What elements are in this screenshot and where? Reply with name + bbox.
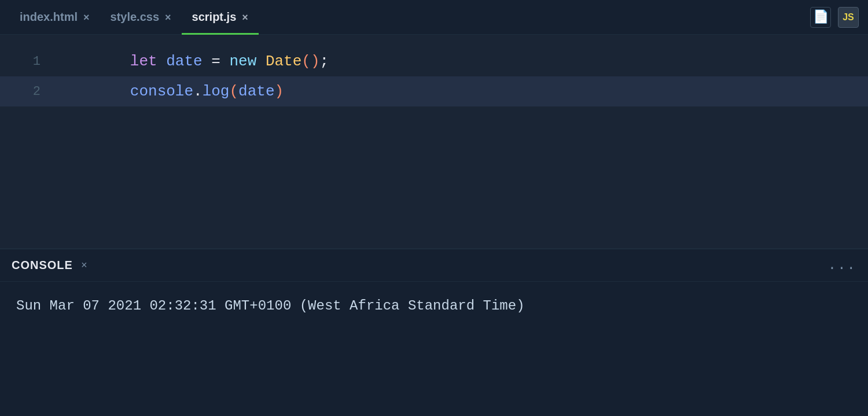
tab-script-js[interactable]: script.js × [182,0,259,35]
line-number-2: 2 [12,84,41,99]
code-line-2: 2 console.log(date) [0,76,868,106]
tab-close-index-html[interactable]: × [83,12,90,23]
console-close-button[interactable]: × [81,260,87,271]
tab-index-html[interactable]: index.html × [9,0,100,35]
line-number-1: 1 [12,54,41,69]
file-icon: 📄 [813,9,829,25]
tab-close-style-css[interactable]: × [165,12,171,23]
code-console-obj: console [130,83,193,100]
code-date-arg: date [238,83,274,100]
code-semicolon: ; [320,53,329,70]
tab-style-css[interactable]: style.css × [100,0,182,35]
js-badge-label: JS [843,12,854,23]
tab-label-script-js: script.js [192,10,237,24]
code-editor: 1 let date = new Date(); 2 console.log(d… [0,35,868,248]
code-dot: . [193,83,203,100]
tab-label-style-css: style.css [111,10,160,24]
code-close-paren: ) [275,83,284,100]
code-content-2: console.log(date) [58,60,284,123]
tab-label-index-html: index.html [20,10,78,24]
js-badge-button[interactable]: JS [838,7,859,28]
console-output-text: Sun Mar 07 2021 02:32:31 GMT+0100 (West … [16,298,525,314]
tab-close-script-js[interactable]: × [242,12,248,23]
console-title: CONSOLE [12,259,73,272]
code-parens-1: () [301,53,319,70]
console-output: Sun Mar 07 2021 02:32:31 GMT+0100 (West … [0,282,868,416]
tab-bar: index.html × style.css × script.js × 📄 J… [0,0,868,35]
editor-container: index.html × style.css × script.js × 📄 J… [0,0,868,416]
code-log-fn: log [203,83,230,100]
file-icon-button[interactable]: 📄 [810,7,831,28]
console-panel: CONSOLE × ... Sun Mar 07 2021 02:32:31 G… [0,248,868,416]
console-header: CONSOLE × ... [0,249,868,282]
console-more-button[interactable]: ... [828,257,856,273]
code-open-paren: ( [229,83,238,100]
tab-bar-actions: 📄 JS [810,7,859,28]
